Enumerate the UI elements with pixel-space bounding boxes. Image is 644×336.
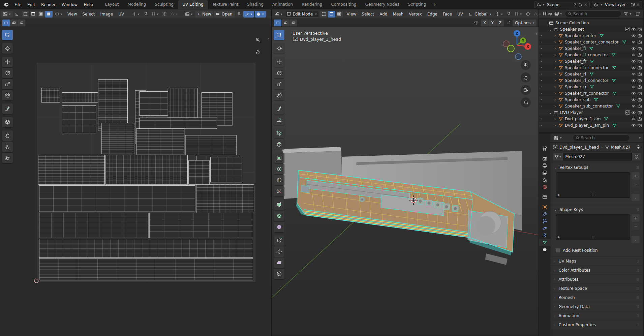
viewport-tool-knife[interactable] [274,186,284,196]
uv-snap-toggle[interactable] [142,11,149,18]
uv-tool-pinch[interactable] [2,153,13,163]
menu-window[interactable]: Window [59,1,81,8]
render-visibility-icon[interactable] [637,65,642,70]
uv-select-mode-face[interactable] [37,11,45,18]
uv-select-new[interactable] [2,20,10,26]
menu-help[interactable]: Help [81,1,96,8]
menu-file[interactable]: File [11,1,24,8]
properties-tab-tool[interactable] [539,145,550,152]
navigation-gizmo[interactable]: ZYX [501,29,532,61]
collapse-icon[interactable]: ⌄ [548,27,553,32]
viewport-menu-edge[interactable]: Edge [425,11,440,18]
outliner-search-input[interactable] [573,11,618,16]
viewport-menu-view[interactable]: View [344,11,359,18]
uv-tool-grab[interactable] [2,130,13,141]
uv-select-subtract[interactable] [18,20,25,26]
workspace-tab-modeling[interactable]: Modeling [123,0,151,9]
panel-color-attributes[interactable]: ›Color Attributes [551,266,643,274]
select-mode-face[interactable] [336,11,343,18]
specials-menu-button[interactable]: ⌄ [632,194,640,201]
properties-options-icon[interactable]: ▾ [638,136,641,140]
hide-eye-icon[interactable] [631,110,636,115]
uv-pivot-button[interactable]: ▾ [131,11,142,18]
expand-icon[interactable]: › [553,40,558,44]
outliner-row-speaker_rr_connector[interactable]: •›Speaker_rr_connector [539,90,643,96]
panel-attributes[interactable]: ›Attributes [551,275,643,283]
expand-icon[interactable]: › [553,117,558,121]
uv-gizmos-icon[interactable] [13,11,21,18]
workspace-tab-uv-editing[interactable]: UV Editing [178,0,208,9]
render-visibility-icon[interactable] [637,53,642,57]
new-scene-icon[interactable] [578,2,583,7]
outliner-row-dvd-player[interactable]: ⌄DVD Player [539,109,643,116]
viewport-select-subtract[interactable] [289,20,297,26]
viewport-tool-shrink-fatten[interactable] [274,246,284,257]
properties-tab-data[interactable] [539,239,550,246]
outliner-row-scene-collection[interactable]: Scene Collection [539,20,643,26]
image-open-button[interactable]: Open [214,11,235,18]
add-item-button[interactable] [632,214,640,222]
new-viewlayer-icon[interactable] [631,2,635,7]
hide-eye-icon[interactable] [631,65,636,70]
workspace-tab-layout[interactable]: Layout [101,0,123,9]
select-mode-edge[interactable] [328,11,335,18]
viewport-tool-rip-region[interactable] [274,269,284,279]
menu-render[interactable]: Render [38,1,59,8]
add-item-button[interactable] [632,172,640,180]
uv-tool-rip-region[interactable] [2,117,13,127]
viewport-tool-measure[interactable] [274,115,284,125]
viewport-menu-add[interactable]: Add [377,11,390,18]
render-visibility-icon[interactable] [637,117,642,121]
outliner-row-speaker_center_connector[interactable]: •›Speaker_center_connector [539,39,643,45]
uv-tool-relax[interactable] [2,142,13,152]
outliner-row-speaker_sub_connector[interactable]: •›Speaker_sub_connector [539,103,643,109]
pin-id-icon[interactable] [636,145,641,149]
mesh-symmetry-icon[interactable] [472,20,480,26]
properties-search-input[interactable] [581,135,627,140]
proportional-edit-toggle[interactable] [524,11,531,18]
viewport-menu-face[interactable]: Face [440,11,455,18]
panel-geometry-data[interactable]: ›Geometry Data [551,302,643,311]
outliner-search[interactable] [565,10,621,17]
blender-logo-icon[interactable] [0,2,11,7]
uv-menu-image[interactable]: Image [98,11,116,18]
viewport-tool-edge-slide[interactable] [274,235,284,246]
symmetry-x-button[interactable]: X [481,20,488,26]
workspace-tab-compositing[interactable]: Compositing [327,0,361,9]
uv-menu-uv[interactable]: UV [116,11,127,18]
render-visibility-icon[interactable] [637,33,642,38]
hide-eye-icon[interactable] [631,53,636,57]
hide-eye-icon[interactable] [631,117,636,121]
outliner-row-speaker_rr[interactable]: •›Speaker_rr [539,84,643,90]
uv-proportional-toggle[interactable] [161,11,168,18]
perspective-toggle-button[interactable] [521,97,531,108]
show-gizmo-button[interactable]: ▾ [547,11,558,18]
vertex-groups-list[interactable]: ▶ [556,172,630,198]
viewport-tool-select-box[interactable] [274,30,284,40]
shape-keys-list[interactable]: ▶ [556,214,630,240]
remove-item-button[interactable] [632,222,640,230]
render-visibility-icon[interactable] [637,46,642,51]
properties-tab-material[interactable] [539,246,550,253]
outliner-row-speaker_fl[interactable]: •›Speaker_fl [539,45,643,52]
pin-icon[interactable] [573,2,577,7]
properties-tab-collection[interactable] [539,193,550,201]
expand-icon[interactable]: › [553,53,558,57]
mesh-id-dropdown[interactable]: ▾ [553,153,563,160]
outliner-filter-button[interactable]: ▾ [622,10,633,17]
workspace-tab-shading[interactable]: Shading [243,0,268,9]
hide-eye-icon[interactable] [631,40,636,44]
properties-tab-physics[interactable] [539,225,550,232]
options-dropdown[interactable]: Options▾ [513,20,536,26]
expand-icon[interactable]: › [553,104,558,109]
symmetry-z-button[interactable]: Z [496,20,504,26]
workspace-tab-scripting[interactable]: Scripting [404,0,430,9]
render-visibility-icon[interactable] [637,110,642,115]
expand-icon[interactable]: › [553,33,558,38]
hide-eye-icon[interactable] [631,91,636,96]
snap-cursor-icon[interactable] [505,20,512,26]
viewport-tool-transform[interactable] [274,90,284,100]
properties-search[interactable] [573,134,630,141]
editor-type-button[interactable]: ▾ [552,134,564,141]
expand-icon[interactable]: › [553,59,558,64]
